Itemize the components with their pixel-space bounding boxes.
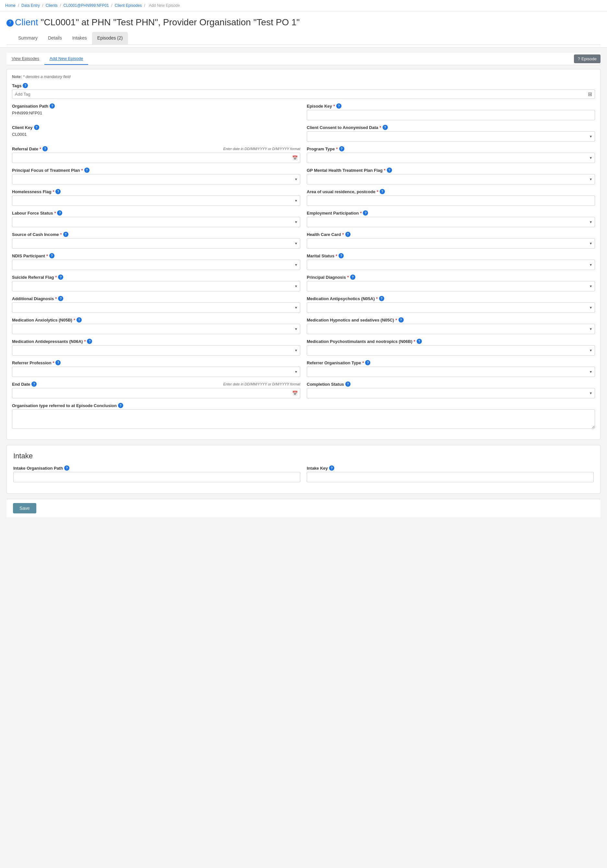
- homelessness-help-icon[interactable]: ?: [56, 189, 61, 194]
- medication-psychostimulants-help-icon[interactable]: ?: [417, 339, 422, 344]
- referrer-org-type-help-icon[interactable]: ?: [365, 360, 370, 365]
- additional-diagnosis-help-icon[interactable]: ?: [58, 296, 63, 301]
- health-care-card-field: Health Care Card * ?: [307, 232, 595, 249]
- marital-status-select[interactable]: [307, 260, 595, 270]
- row-referral-program: Referral Date * ? Enter date in DD/MM/YY…: [12, 146, 595, 167]
- intake-org-path-input[interactable]: [13, 472, 300, 482]
- medication-antipsychotics-select[interactable]: [307, 302, 595, 313]
- end-date-calendar-icon[interactable]: 📅: [292, 391, 298, 396]
- intake-key-input[interactable]: [307, 472, 594, 482]
- referrer-profession-field: Referrer Profession * ?: [12, 360, 300, 377]
- tab-details[interactable]: Details: [43, 32, 67, 44]
- additional-diagnosis-field: Additional Diagnosis * ?: [12, 296, 300, 313]
- suicide-select[interactable]: [12, 281, 300, 291]
- medication-anxiolytics-help-icon[interactable]: ?: [76, 317, 82, 322]
- client-consent-select[interactable]: [307, 131, 595, 142]
- suicide-help-icon[interactable]: ?: [58, 274, 63, 280]
- additional-diagnosis-label: Additional Diagnosis * ?: [12, 296, 300, 301]
- referrer-org-type-label: Referrer Organisation Type * ?: [307, 360, 595, 365]
- row-ndis-marital: NDIS Participant * ? Marital Status * ?: [12, 253, 595, 274]
- marital-status-help-icon[interactable]: ?: [338, 253, 344, 258]
- medication-hypnotics-label: Medication Hypnotics and sedatives (N05C…: [307, 317, 595, 322]
- employment-participation-select[interactable]: [307, 217, 595, 227]
- medication-anxiolytics-field: Medication Anxiolytics (N05B) * ?: [12, 317, 300, 334]
- org-type-referred-textarea[interactable]: [12, 409, 595, 429]
- breadcrumb-client-id[interactable]: CL0001@PHN999:NFP01: [64, 3, 109, 8]
- org-path-help-icon[interactable]: ?: [50, 103, 55, 108]
- completion-status-select[interactable]: [307, 388, 595, 398]
- labour-force-help-icon[interactable]: ?: [57, 210, 62, 215]
- principal-focus-help-icon[interactable]: ?: [84, 167, 90, 173]
- gp-mental-health-select[interactable]: [307, 174, 595, 184]
- referrer-org-type-select[interactable]: [307, 367, 595, 377]
- principal-focus-select-wrap: [12, 174, 300, 184]
- tags-input[interactable]: [15, 92, 588, 96]
- breadcrumb-data-entry[interactable]: Data Entry: [22, 3, 40, 8]
- health-care-card-select-wrap: [307, 238, 595, 249]
- breadcrumb-clients[interactable]: Clients: [46, 3, 58, 8]
- medication-antipsychotics-help-icon[interactable]: ?: [379, 296, 384, 301]
- health-care-card-select[interactable]: [307, 238, 595, 249]
- intake-org-path-help-icon[interactable]: ?: [64, 465, 69, 471]
- client-key-help-icon[interactable]: ?: [34, 125, 39, 130]
- gp-mental-health-label: GP Mental Health Treatment Plan Flag * ?: [307, 167, 595, 173]
- end-date-input[interactable]: [12, 388, 300, 398]
- client-link[interactable]: Client: [15, 17, 38, 27]
- tab-intakes[interactable]: Intakes: [67, 32, 92, 44]
- employment-participation-help-icon[interactable]: ?: [363, 210, 368, 215]
- ndis-select[interactable]: [12, 260, 300, 270]
- row-focus-gp: Principal Focus of Treatment Plan * ? GP…: [12, 167, 595, 189]
- program-type-select[interactable]: [307, 153, 595, 163]
- referrer-profession-help-icon[interactable]: ?: [56, 360, 61, 365]
- breadcrumb-episodes[interactable]: Client Episodes: [115, 3, 142, 8]
- client-help-icon[interactable]: ?: [6, 19, 14, 26]
- ndis-help-icon[interactable]: ?: [49, 253, 54, 258]
- principal-diagnosis-select[interactable]: [307, 281, 595, 291]
- homelessness-flag-field: Homelessness Flag * ?: [12, 189, 300, 206]
- medication-antidepressants-help-icon[interactable]: ?: [87, 339, 92, 344]
- source-cash-income-select[interactable]: [12, 238, 300, 249]
- homelessness-select[interactable]: [12, 195, 300, 206]
- medication-psychostimulants-select[interactable]: [307, 345, 595, 356]
- episode-key-help-icon[interactable]: ?: [336, 103, 342, 108]
- intake-row: Intake Organisation Path ? Intake Key ?: [13, 465, 594, 487]
- save-button[interactable]: Save: [13, 503, 36, 513]
- source-cash-income-help-icon[interactable]: ?: [63, 232, 68, 237]
- gp-mental-health-help-icon[interactable]: ?: [387, 167, 392, 173]
- medication-hypnotics-select[interactable]: [307, 324, 595, 334]
- area-residence-help-icon[interactable]: ?: [380, 189, 385, 194]
- episode-help-button[interactable]: ? Episode: [574, 54, 601, 63]
- referral-date-help-icon[interactable]: ?: [42, 146, 48, 151]
- tags-input-wrap[interactable]: ⊞: [12, 90, 595, 99]
- org-type-referred-help-icon[interactable]: ?: [118, 403, 123, 408]
- program-type-help-icon[interactable]: ?: [339, 146, 345, 151]
- breadcrumb-home[interactable]: Home: [5, 3, 16, 8]
- tags-help-icon[interactable]: ?: [23, 83, 28, 88]
- completion-status-help-icon[interactable]: ?: [345, 381, 351, 387]
- episode-key-input[interactable]: [307, 110, 595, 120]
- referrer-profession-select[interactable]: [12, 367, 300, 377]
- client-consent-help-icon[interactable]: ?: [383, 125, 388, 130]
- tab-episodes[interactable]: Episodes (2): [92, 32, 128, 44]
- intake-key-field: Intake Key ?: [307, 465, 594, 482]
- tab-summary[interactable]: Summary: [13, 32, 43, 44]
- medication-antidepressants-select[interactable]: [12, 345, 300, 356]
- intake-key-help-icon[interactable]: ?: [329, 465, 334, 471]
- sub-tab-view-episodes[interactable]: View Episodes: [6, 53, 44, 65]
- referral-date-input[interactable]: [12, 153, 300, 163]
- marital-status-field: Marital Status * ?: [307, 253, 595, 270]
- medication-anxiolytics-select[interactable]: [12, 324, 300, 334]
- labour-force-select[interactable]: [12, 217, 300, 227]
- principal-diagnosis-select-wrap: [307, 281, 595, 291]
- principal-focus-select[interactable]: [12, 174, 300, 184]
- referral-date-calendar-icon[interactable]: 📅: [292, 155, 298, 160]
- health-care-card-help-icon[interactable]: ?: [345, 232, 351, 237]
- medication-hypnotics-help-icon[interactable]: ?: [399, 317, 404, 322]
- row-referrer: Referrer Profession * ? Referrer Organis…: [12, 360, 595, 381]
- additional-diagnosis-select[interactable]: [12, 302, 300, 313]
- end-date-help-icon[interactable]: ?: [31, 381, 37, 387]
- medication-antidepressants-field: Medication Antidepressants (N06A) * ?: [12, 339, 300, 356]
- principal-diagnosis-help-icon[interactable]: ?: [350, 274, 356, 280]
- sub-tab-add-episode[interactable]: Add New Episode: [44, 53, 88, 65]
- area-residence-input[interactable]: [307, 195, 595, 206]
